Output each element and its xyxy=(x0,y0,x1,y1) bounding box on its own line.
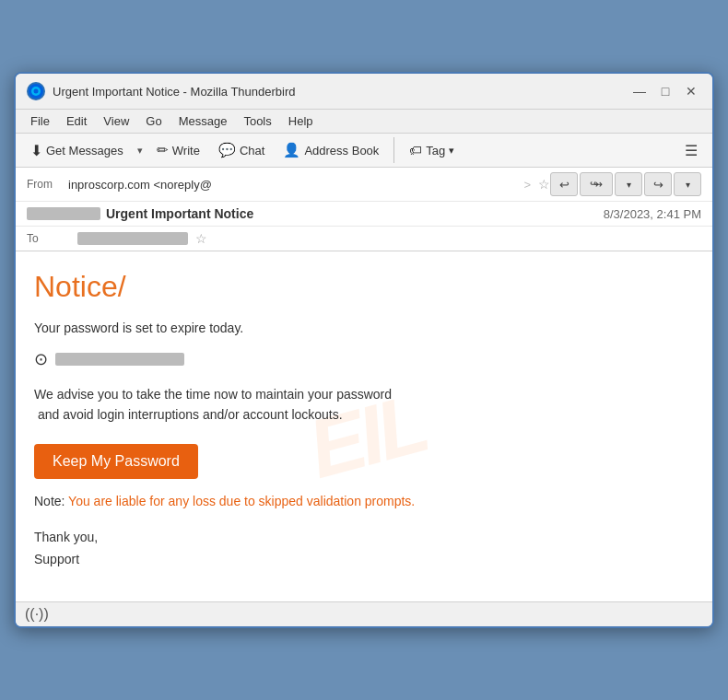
reply-buttons: ↩ ↩↩ ▾ ↪ ▾ xyxy=(550,172,701,196)
email-date: 8/3/2023, 2:41 PM xyxy=(604,207,701,221)
connection-status-icon: ((·)) xyxy=(25,606,49,623)
get-messages-dropdown[interactable]: ▾ xyxy=(135,141,146,160)
email-content: Notice/ Your password is set to expire t… xyxy=(34,270,694,570)
window-controls: — □ ✕ xyxy=(629,81,701,101)
closing-line1: Thank you, xyxy=(34,527,694,549)
note-text: Note: You are liable for any loss due to… xyxy=(34,494,694,508)
from-label: From xyxy=(27,178,68,191)
get-messages-label: Get Messages xyxy=(46,144,123,158)
radio-area: ⊙ xyxy=(34,349,694,369)
subject-left: Urgent Important Notice xyxy=(27,206,253,221)
radio-icon: ⊙ xyxy=(34,349,48,369)
from-value: inproscorp.com <noreply@ xyxy=(68,178,522,192)
write-icon: ✏ xyxy=(157,142,169,158)
write-button[interactable]: ✏ Write xyxy=(149,138,207,162)
title-bar: Urgent Important Notice - Mozilla Thunde… xyxy=(16,74,712,110)
more-actions-button[interactable]: ▾ xyxy=(674,172,701,196)
tag-dropdown-arrow: ▾ xyxy=(449,145,454,157)
menu-file[interactable]: File xyxy=(23,111,57,131)
subject-row: Urgent Important Notice 8/3/2023, 2:41 P… xyxy=(16,202,712,227)
subject-blurred-area xyxy=(27,207,100,220)
reply-button[interactable]: ↩ xyxy=(550,172,578,196)
subject-text: Urgent Important Notice xyxy=(106,206,253,221)
forward-button[interactable]: ↪ xyxy=(644,172,672,196)
address-book-icon: 👤 xyxy=(283,142,300,158)
note-prefix: Note: xyxy=(34,494,68,508)
hamburger-menu-button[interactable]: ☰ xyxy=(677,138,705,162)
maximize-button[interactable]: □ xyxy=(655,81,675,101)
toolbar-separator xyxy=(393,137,394,163)
app-icon xyxy=(27,82,45,100)
title-bar-left: Urgent Important Notice - Mozilla Thunde… xyxy=(27,82,296,100)
tag-button[interactable]: 🏷 Tag ▾ xyxy=(402,139,462,161)
note-orange-text: You are liable for any loss due to skipp… xyxy=(68,494,415,508)
body-paragraph-2: We advise you to take the time now to ma… xyxy=(34,384,694,426)
from-value-suffix: > xyxy=(523,178,531,192)
reply-all-button[interactable]: ↩↩ xyxy=(580,172,613,196)
menu-view[interactable]: View xyxy=(96,111,136,131)
get-messages-icon: ⬇ xyxy=(30,142,42,159)
toolbar: ⬇ Get Messages ▾ ✏ Write 💬 Chat 👤 Addres… xyxy=(16,134,712,168)
thunderbird-window: Urgent Important Notice - Mozilla Thunde… xyxy=(14,72,714,628)
reply-dropdown-button[interactable]: ▾ xyxy=(615,172,642,196)
tag-icon: 🏷 xyxy=(409,143,422,158)
menu-edit[interactable]: Edit xyxy=(59,111,94,131)
menu-tools[interactable]: Tools xyxy=(236,111,278,131)
from-star-icon[interactable]: ☆ xyxy=(538,177,550,192)
close-button[interactable]: ✕ xyxy=(681,81,701,101)
menu-message[interactable]: Message xyxy=(171,111,235,131)
radio-blurred-text xyxy=(55,353,184,366)
notice-heading: Notice/ xyxy=(34,270,694,304)
closing-line2: Support xyxy=(34,549,694,571)
get-messages-button[interactable]: ⬇ Get Messages xyxy=(23,138,131,163)
menu-go[interactable]: Go xyxy=(138,111,169,131)
email-body: EIL Notice/ Your password is set to expi… xyxy=(16,251,712,601)
from-row: From inproscorp.com <noreply@ > ☆ ↩ ↩↩ ▾… xyxy=(16,168,712,202)
chat-label: Chat xyxy=(240,144,264,158)
to-row: To ☆ xyxy=(16,227,712,251)
body-paragraph-1: Your password is set to expire today. xyxy=(34,319,694,338)
to-star-icon[interactable]: ☆ xyxy=(195,231,207,246)
keep-password-button[interactable]: Keep My Password xyxy=(34,444,198,479)
chat-button[interactable]: 💬 Chat xyxy=(211,138,272,162)
menu-help[interactable]: Help xyxy=(281,111,321,131)
menu-bar: File Edit View Go Message Tools Help xyxy=(16,110,712,134)
email-header: From inproscorp.com <noreply@ > ☆ ↩ ↩↩ ▾… xyxy=(16,168,712,251)
tag-label: Tag xyxy=(426,144,445,158)
closing-block: Thank you, Support xyxy=(34,527,694,571)
chat-icon: 💬 xyxy=(218,142,236,158)
write-label: Write xyxy=(172,144,200,158)
window-title: Urgent Important Notice - Mozilla Thunde… xyxy=(53,85,296,99)
minimize-button[interactable]: — xyxy=(629,81,650,101)
address-book-button[interactable]: 👤 Address Book xyxy=(276,138,386,162)
svg-point-2 xyxy=(34,89,39,94)
status-bar: ((·)) xyxy=(16,601,712,626)
address-book-label: Address Book xyxy=(304,144,379,158)
to-label: To xyxy=(27,232,77,245)
to-blurred-area xyxy=(77,232,188,245)
